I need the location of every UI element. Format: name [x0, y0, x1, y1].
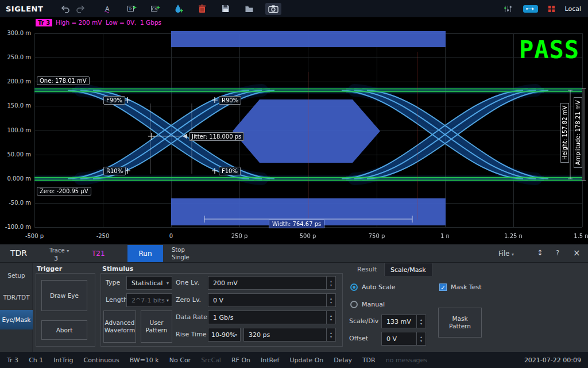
system-settings-button[interactable]: [500, 2, 515, 16]
mask-test-checkbox[interactable]: ✓ Mask Test: [439, 283, 482, 291]
status-bandwidth: BW=10 k: [130, 356, 159, 364]
undo-button[interactable]: [58, 2, 73, 16]
svg-text:A: A: [105, 5, 110, 13]
rise-time-range-dropdown[interactable]: 10-90% ▾: [208, 328, 241, 342]
stepper[interactable]: ▴ ▾: [326, 294, 335, 306]
usb-status-indicator[interactable]: [523, 5, 538, 13]
folder-icon: [245, 4, 254, 13]
sidebar-item-tdr-tdt[interactable]: TDR/TDT: [0, 288, 33, 306]
auto-setup-button[interactable]: A: [100, 2, 115, 16]
local-remote-label[interactable]: Local: [564, 5, 581, 13]
stepper[interactable]: ▴ ▾: [326, 328, 335, 341]
stimulus-group-label: Stimulus: [102, 265, 133, 273]
rise-time-input[interactable]: 320 ps ▴ ▾: [243, 328, 336, 342]
zero-level-input[interactable]: 0 V ▴ ▾: [208, 293, 336, 307]
data-rate-input[interactable]: 1 Gb/s ▴ ▾: [208, 310, 336, 324]
panel-sidebar: Setup TDR/TDT Eye/Mask: [0, 263, 33, 352]
tab-scale-mask[interactable]: Scale/Mask: [384, 263, 432, 276]
function-icon: A: [103, 4, 113, 13]
length-dropdown[interactable]: 2^7-1 bits ▾: [126, 293, 172, 307]
y-axis-tick: 300.0 m: [0, 30, 31, 36]
sliders-icon: [504, 5, 512, 13]
sidebar-item-eye-mask[interactable]: Eye/Mask: [0, 310, 33, 329]
status-trigger: IntTrig: [53, 356, 73, 364]
spin-up-icon: ▴: [330, 297, 332, 300]
usb-icon: [525, 6, 536, 12]
draw-eye-button[interactable]: Draw Eye: [41, 280, 87, 311]
x-axis-tick: 250 p: [231, 233, 248, 239]
lan-status-indicator[interactable]: [546, 2, 556, 16]
add-trace-button[interactable]: Tr: [124, 2, 139, 16]
trigger-group-label: Trigger: [37, 265, 62, 273]
help-button[interactable]: ?: [556, 249, 559, 257]
trace-selector[interactable]: Trace ▾ 3: [49, 246, 69, 262]
save-button[interactable]: [218, 2, 233, 16]
y-axis-tick: 0.000 m: [0, 175, 31, 182]
stepper[interactable]: ▴ ▾: [416, 332, 425, 345]
scale-div-input[interactable]: 133 mV ▴ ▾: [381, 315, 426, 328]
eye-diagram-canvas: [0, 17, 588, 244]
zero-level-label: Zero Lv.: [176, 293, 201, 307]
status-reference: IntRef: [261, 356, 279, 364]
mask-pattern-button[interactable]: Mask Pattern: [438, 308, 482, 338]
width-readout: Width: 764.67 ps: [269, 220, 324, 228]
trash-icon: [198, 4, 207, 13]
file-menu[interactable]: File ▾: [498, 250, 514, 258]
stepper[interactable]: ▴ ▾: [326, 277, 335, 289]
spin-down-icon: ▾: [330, 283, 332, 287]
stop-single-button[interactable]: Stop Single: [172, 246, 189, 261]
redo-button[interactable]: [73, 2, 88, 16]
radio-selected-icon: [350, 283, 358, 291]
advanced-waveform-button[interactable]: Advanced Waveform: [103, 310, 136, 343]
top-toolbar: SIGLENT A: [0, 0, 588, 17]
status-delay: Delay: [334, 356, 352, 364]
redo-icon: [76, 4, 85, 13]
y-axis-tick: 100.0 m: [0, 127, 31, 133]
manual-radio[interactable]: Manual: [350, 301, 385, 308]
delete-button[interactable]: [195, 2, 210, 16]
status-correction: No Cor: [169, 356, 191, 364]
spin-up-icon: ▴: [330, 314, 332, 317]
eye-diagram-plot-area[interactable]: Tr 3 High = 200 mV Low = 0V, 1 Gbps PASS…: [0, 17, 588, 244]
trace-selector-value: 3: [49, 255, 58, 262]
open-file-button[interactable]: [242, 2, 257, 16]
tab-result[interactable]: Result: [351, 263, 382, 276]
mask-top: [171, 31, 446, 47]
abort-button[interactable]: Abort: [41, 320, 87, 340]
one-level-input[interactable]: 200 mV ▴ ▾: [208, 276, 336, 290]
siglent-logo: SIGLENT: [0, 5, 43, 13]
add-channel-icon: Ch: [150, 4, 160, 13]
stepper[interactable]: ▴ ▾: [326, 311, 335, 324]
status-trace: Tr 3: [7, 356, 18, 364]
mask-test-label: Mask Test: [451, 283, 482, 291]
spin-down-icon: ▾: [420, 339, 422, 343]
one-level-value: 200 mV: [208, 279, 326, 287]
panel-title: TDR: [10, 248, 27, 258]
stop-label: Stop: [172, 247, 185, 253]
rise-time-value: 320 ps: [244, 331, 326, 339]
aux-trace-label[interactable]: T21: [92, 250, 105, 258]
auto-scale-radio[interactable]: Auto Scale: [350, 283, 396, 291]
camera-icon: [268, 5, 278, 13]
zero-level-value: 0 V: [208, 297, 326, 304]
y-axis-tick: 150.0 m: [0, 102, 31, 109]
y-axis-tick: -100.0 m: [0, 224, 31, 230]
add-channel-button[interactable]: Ch: [148, 2, 163, 16]
length-value: 2^7-1 bits: [127, 297, 167, 304]
resize-panel-button[interactable]: ↕: [537, 248, 543, 257]
y-axis-tick: 250.0 m: [0, 54, 31, 60]
status-sweep: Continuous: [83, 356, 119, 364]
stepper[interactable]: ▴ ▾: [416, 315, 425, 328]
run-button[interactable]: Run: [127, 245, 163, 262]
add-marker-button[interactable]: [171, 2, 186, 16]
type-dropdown[interactable]: Statistical ▾: [126, 276, 172, 290]
sidebar-item-setup[interactable]: Setup: [0, 266, 33, 285]
user-pattern-button[interactable]: User Pattern: [141, 310, 172, 343]
jitter-readout: Jitter: 118.000 ps: [189, 132, 244, 141]
screenshot-button[interactable]: [265, 3, 281, 15]
offset-input[interactable]: 0 V ▴ ▾: [381, 332, 426, 346]
checkbox-check-icon: ✓: [439, 283, 447, 291]
one-level-label: One Lv.: [176, 276, 199, 290]
close-panel-button[interactable]: ×: [573, 248, 581, 258]
chevron-down-icon: ▾: [512, 252, 514, 257]
